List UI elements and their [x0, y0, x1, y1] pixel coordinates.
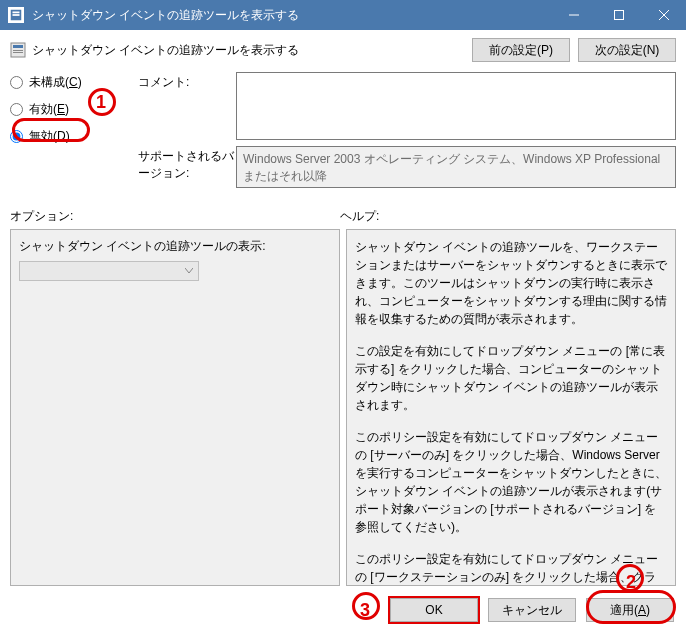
svg-rect-4	[614, 11, 623, 20]
radio-disabled-input[interactable]	[10, 130, 23, 143]
radio-enabled[interactable]: 有効(E)	[10, 101, 138, 118]
comment-textarea[interactable]	[236, 72, 676, 140]
radio-not-configured[interactable]: 未構成(C)	[10, 74, 138, 91]
annotation-circle-3	[352, 592, 380, 620]
supported-version-label: サポートされるバージョン:	[138, 146, 236, 188]
help-p2: この設定を有効にしてドロップダウン メニューの [常に表示する] をクリックした…	[355, 342, 667, 414]
content-area: シャットダウン イベントの追跡ツールを表示する 前の設定(P) 次の設定(N) …	[0, 30, 686, 636]
svg-rect-2	[13, 14, 20, 16]
maximize-button[interactable]	[596, 0, 641, 30]
svg-rect-10	[13, 52, 23, 53]
svg-rect-9	[13, 50, 23, 51]
state-radios: 未構成(C) 有効(E) 無効(D) 1	[10, 72, 138, 194]
titlebar: シャットダウン イベントの追跡ツールを表示する	[0, 0, 686, 30]
panel-labels: オプション: ヘルプ:	[10, 208, 676, 225]
next-setting-button[interactable]: 次の設定(N)	[578, 38, 676, 62]
radio-enabled-input[interactable]	[10, 103, 23, 116]
radio-disabled[interactable]: 無効(D)	[10, 128, 138, 145]
header-row: シャットダウン イベントの追跡ツールを表示する 前の設定(P) 次の設定(N)	[10, 38, 676, 62]
cancel-button[interactable]: キャンセル	[488, 598, 576, 622]
ok-button[interactable]: OK	[390, 598, 478, 622]
display-dropdown[interactable]	[19, 261, 199, 281]
window-title: シャットダウン イベントの追跡ツールを表示する	[32, 7, 551, 24]
help-p3: このポリシー設定を有効にしてドロップダウン メニューの [サーバーのみ] をクリ…	[355, 428, 667, 536]
footer: 3 OK キャンセル 適用(A) 2	[10, 586, 676, 628]
options-label: オプション:	[10, 208, 340, 225]
close-button[interactable]	[641, 0, 686, 30]
radio-not-configured-input[interactable]	[10, 76, 23, 89]
fields-column: コメント: サポートされるバージョン: Windows Server 2003 …	[138, 72, 676, 194]
panels: シャットダウン イベントの追跡ツールの表示: シャットダウン イベントの追跡ツー…	[10, 229, 676, 586]
help-label: ヘルプ:	[340, 208, 676, 225]
help-p4: このポリシー設定を有効にしてドロップダウン メニューの [ワークステーションのみ…	[355, 550, 667, 586]
config-area: 未構成(C) 有効(E) 無効(D) 1 コメント: サポートされるバージョン:…	[10, 72, 676, 194]
svg-rect-1	[13, 12, 20, 14]
help-p1: シャットダウン イベントの追跡ツールを、ワークステーションまたはサーバーをシャッ…	[355, 238, 667, 328]
policy-icon	[10, 42, 26, 58]
minimize-button[interactable]	[551, 0, 596, 30]
help-panel[interactable]: シャットダウン イベントの追跡ツールを、ワークステーションまたはサーバーをシャッ…	[346, 229, 676, 586]
options-panel: シャットダウン イベントの追跡ツールの表示:	[10, 229, 340, 586]
options-panel-label: シャットダウン イベントの追跡ツールの表示:	[19, 238, 331, 255]
policy-title: シャットダウン イベントの追跡ツールを表示する	[32, 42, 464, 59]
supported-version-box: Windows Server 2003 オペレーティング システム、Window…	[236, 146, 676, 188]
apply-button[interactable]: 適用(A)	[586, 598, 674, 622]
comment-label: コメント:	[138, 72, 236, 140]
annotation-number-3: 3	[360, 600, 370, 621]
chevron-down-icon	[182, 264, 196, 278]
svg-rect-8	[13, 45, 23, 48]
previous-setting-button[interactable]: 前の設定(P)	[472, 38, 570, 62]
app-icon	[8, 7, 24, 23]
